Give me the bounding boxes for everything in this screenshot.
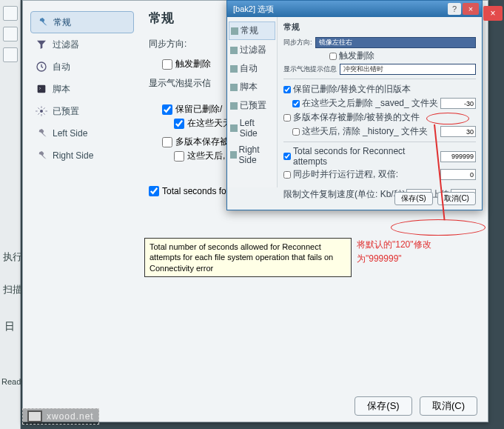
sync-dir-label: 同步方向: (149, 39, 187, 49)
sidebar-item-script[interactable]: 脚本 (30, 78, 134, 100)
show-bubble-label: 显示气泡提示信 (149, 78, 211, 88)
days-after-label: 这些天后, (187, 150, 225, 162)
small-sync-label: 同步方向: (283, 38, 312, 47)
bg-scan-label: 扫描 (3, 283, 22, 296)
multi-ver-checkbox[interactable] (162, 137, 172, 147)
small-daysx-cb[interactable] (292, 100, 300, 107)
wrench-icon (36, 16, 49, 29)
small-bubble-label: 显示气泡提示信息 (283, 64, 337, 74)
sidebar-item-label: Left Side (53, 128, 87, 139)
small-multi-cb[interactable] (283, 114, 291, 122)
days-after-checkbox[interactable] (174, 151, 184, 162)
help-icon[interactable]: ? (448, 3, 461, 15)
small-hist-val[interactable] (440, 126, 476, 137)
svg-rect-1 (38, 85, 46, 93)
clock-icon (35, 60, 48, 73)
small-side-script[interactable]: 脚本 (229, 79, 275, 96)
watermark: xwood.net (22, 408, 99, 425)
sync-direction-select[interactable]: 镜像左往右 (315, 37, 476, 48)
bubble-select[interactable]: 冲突和出错时 (340, 64, 476, 75)
small-concurrent-cb[interactable] (283, 171, 291, 179)
bg-close-icon[interactable]: × (483, 6, 503, 21)
small-cancel-button[interactable]: 取消(C) (437, 192, 476, 205)
window-title: [bak2] 选项 (230, 4, 448, 15)
title-bar: [bak2] 选项 ? × (227, 1, 482, 17)
small-side-filter[interactable]: 过滤器 (229, 41, 275, 59)
script-icon (35, 82, 48, 96)
small-side-auto[interactable]: 自动 (229, 60, 275, 77)
trigger-delete-label: 触发删除 (175, 58, 211, 70)
sidebar-item-label: 自动 (53, 61, 70, 73)
close-icon[interactable]: × (463, 3, 479, 15)
annotation-oval-999999 (426, 113, 469, 124)
small-side-left[interactable]: Left Side (229, 116, 275, 141)
small-side-preset[interactable]: 已预置 (229, 97, 275, 114)
keep-deleted-checkbox[interactable] (162, 104, 172, 115)
sidebar-item-preset[interactable]: 已预置 (30, 100, 134, 122)
save-button[interactable]: 保存(S) (355, 396, 412, 416)
small-sidebar: 常规 过滤器 自动 脚本 已预置 Left Side Right Side (227, 17, 278, 187)
in-days-label: 在这些天无 (187, 117, 232, 130)
sidebar-item-filter[interactable]: 过滤器 (30, 33, 134, 56)
multi-ver-label: 多版本保存被 (175, 136, 229, 148)
sidebar-item-left[interactable]: Left Side (30, 122, 134, 144)
sidebar-item-right[interactable]: Right Side (30, 144, 134, 167)
sidebar-item-label: Right Side (53, 150, 93, 161)
small-hist-cb[interactable] (292, 128, 300, 136)
funnel-icon (35, 38, 48, 51)
sidebar-item-label: 过滤器 (53, 39, 79, 51)
gear-icon (35, 104, 48, 118)
sidebar-item-auto[interactable]: 自动 (30, 56, 134, 78)
svg-point-2 (40, 110, 43, 113)
sidebar: 常规 过滤器 自动 脚本 已预置 Left Side (23, 1, 134, 386)
trigger-delete-checkbox[interactable] (162, 59, 172, 70)
options-dialog-small: [bak2] 选项 ? × 常规 过滤器 自动 脚本 已预置 Left Side… (226, 0, 483, 210)
tooltip: Total number of seconds allowed for Reco… (144, 238, 352, 277)
small-recon-cb[interactable] (283, 153, 291, 160)
small-trigger-del[interactable] (329, 53, 337, 60)
small-concurrent-val[interactable] (440, 169, 476, 180)
sidebar-item-general[interactable]: 常规 (30, 11, 134, 33)
small-title: 常规 (283, 21, 476, 33)
small-save-button[interactable]: 保存(S) (394, 192, 433, 205)
annotation-oval-120 (391, 219, 485, 236)
small-content: 常规 同步方向: 镜像左往右 触发删除 显示气泡提示信息 冲突和出错时 保留已删… (278, 17, 482, 187)
bg-exec-label: 执行 (3, 250, 22, 264)
bg-diary-label: 日 (4, 320, 15, 333)
small-side-general[interactable]: 常规 (229, 21, 275, 40)
small-limit-label: 限制文件复制速度(单位: Kb/秒) (283, 188, 406, 201)
small-side-right[interactable]: Right Side (229, 142, 275, 167)
cancel-button[interactable]: 取消(C) (420, 396, 477, 416)
wrench-left-icon (35, 127, 48, 140)
keep-deleted-label: 保留已删除/ (175, 103, 222, 116)
small-keep-cb[interactable] (283, 86, 291, 93)
reconnect-checkbox[interactable] (149, 186, 159, 196)
annotation-text: 将默认的"120"修改为"999999" (357, 237, 431, 265)
small-recon-val[interactable] (440, 151, 476, 162)
sidebar-item-label: 已预置 (53, 105, 79, 118)
sidebar-item-label: 常规 (53, 16, 71, 29)
sidebar-item-label: 脚本 (53, 83, 70, 96)
wrench-right-icon (35, 149, 48, 162)
small-daysx-val[interactable] (440, 98, 476, 109)
in-days-checkbox[interactable] (174, 119, 184, 129)
